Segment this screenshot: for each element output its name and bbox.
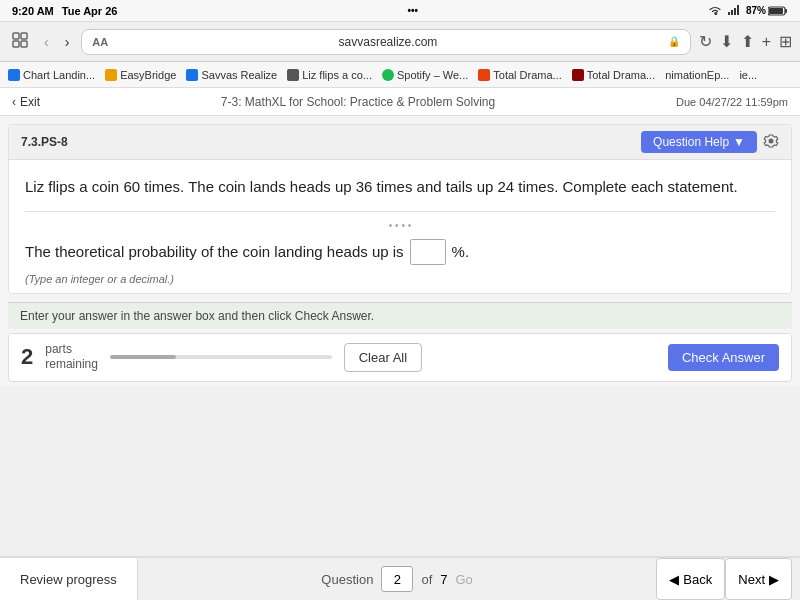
progress-fill: [110, 355, 177, 359]
svg-rect-9: [13, 41, 19, 47]
download-btn[interactable]: ⬇: [720, 32, 733, 51]
question-nav: Question of 7 Go: [138, 558, 657, 600]
dots-icon: •••: [407, 5, 418, 16]
bookmark-total2[interactable]: Total Drama...: [572, 69, 655, 81]
next-label: Next: [738, 572, 765, 587]
back-label: Back: [683, 572, 712, 587]
next-arrow-icon: ▶: [769, 572, 779, 587]
bookmark-animation[interactable]: nimationEp...: [665, 69, 729, 81]
bookmark-label: Total Drama...: [493, 69, 561, 81]
bookmark-savvas[interactable]: Savvas Realize: [186, 69, 277, 81]
svg-rect-1: [731, 10, 733, 15]
answer-input[interactable]: [410, 239, 446, 265]
address-bar[interactable]: AA savvasrealize.com 🔒: [81, 29, 690, 55]
bookmark-label: nimationEp...: [665, 69, 729, 81]
bookmark-liz[interactable]: Liz flips a co...: [287, 69, 372, 81]
bookmark-ie[interactable]: ie...: [739, 69, 757, 81]
bookmarks-bar: Chart Landin... EasyBridge Savvas Realiz…: [0, 62, 800, 88]
time-display: 9:20 AM: [12, 5, 54, 17]
question-nav-label: Question: [321, 572, 373, 587]
question-help-button[interactable]: Question Help ▼: [641, 131, 757, 153]
svg-rect-5: [785, 9, 787, 13]
parts-number: 2: [21, 344, 33, 370]
bookmark-total1[interactable]: Total Drama...: [478, 69, 561, 81]
breadcrumb: 7-3: MathXL for School: Practice & Probl…: [221, 95, 495, 109]
review-progress-button[interactable]: Review progress: [0, 558, 138, 600]
info-text: Enter your answer in the answer box and …: [20, 309, 374, 323]
bookmark-label: EasyBridge: [120, 69, 176, 81]
bookmark-spotify[interactable]: Spotify – We...: [382, 69, 468, 81]
go-button[interactable]: Go: [455, 572, 472, 587]
bookmark-icon: [105, 69, 117, 81]
bookmark-easybridge[interactable]: EasyBridge: [105, 69, 176, 81]
bookmark-label: Chart Landin...: [23, 69, 95, 81]
forward-nav-btn[interactable]: ›: [61, 32, 74, 52]
hint-text: (Type an integer or a decimal.): [25, 273, 775, 285]
back-nav-btn[interactable]: ‹: [40, 32, 53, 52]
lock-icon: 🔒: [668, 36, 680, 47]
share-btn[interactable]: ⬆: [741, 32, 754, 51]
bottom-nav: Review progress Question of 7 Go ◀ Back …: [0, 556, 800, 600]
parts-bar: 2 parts remaining Clear All Check Answer: [8, 333, 792, 382]
back-arrow-icon: ◀: [669, 572, 679, 587]
next-button[interactable]: Next ▶: [725, 558, 792, 600]
date-display: Tue Apr 26: [62, 5, 118, 17]
bookmark-label: Total Drama...: [587, 69, 655, 81]
progress-bar: [110, 355, 332, 359]
dropdown-arrow-icon: ▼: [733, 135, 745, 149]
exit-button[interactable]: ‹ Exit: [12, 95, 40, 109]
question-body: Liz flips a coin 60 times. The coin land…: [9, 160, 791, 293]
bookmark-label: Savvas Realize: [201, 69, 277, 81]
bookmark-label: Spotify – We...: [397, 69, 468, 81]
main-content: 7.3.PS-8 Question Help ▼ Liz flips a coi…: [0, 116, 800, 386]
bookmark-icon: [572, 69, 584, 81]
svg-rect-8: [21, 33, 27, 39]
svg-rect-6: [769, 8, 783, 14]
bookmark-icon: [382, 69, 394, 81]
bookmark-icon: [8, 69, 20, 81]
info-bar: Enter your answer in the answer box and …: [8, 302, 792, 329]
exit-label: Exit: [20, 95, 40, 109]
due-date: Due 04/27/22 11:59pm: [676, 96, 788, 108]
signal-icon: [728, 5, 740, 17]
of-label: of: [421, 572, 432, 587]
parts-label-line1: parts: [45, 342, 98, 358]
parts-label-line2: remaining: [45, 357, 98, 373]
bookmark-chart[interactable]: Chart Landin...: [8, 69, 95, 81]
font-size-label: AA: [92, 36, 108, 48]
question-text: Liz flips a coin 60 times. The coin land…: [25, 176, 775, 199]
tabs-btn[interactable]: ⊞: [779, 32, 792, 51]
browser-toolbar: ‹ › AA savvasrealize.com 🔒 ↻ ⬇ ⬆ + ⊞: [0, 22, 800, 62]
question-help-label: Question Help: [653, 135, 729, 149]
fill-in-suffix: %.: [452, 243, 470, 260]
parts-label: parts remaining: [45, 342, 98, 373]
settings-button[interactable]: [763, 133, 779, 152]
chevron-left-icon: ‹: [12, 95, 16, 109]
page-header: ‹ Exit 7-3: MathXL for School: Practice …: [0, 88, 800, 116]
fill-in-question: The theoretical probability of the coin …: [25, 239, 775, 265]
question-number-input[interactable]: [381, 566, 413, 592]
total-questions: 7: [440, 572, 447, 587]
new-tab-btn[interactable]: +: [762, 33, 771, 51]
question-id: 7.3.PS-8: [21, 135, 68, 149]
status-bar: 9:20 AM Tue Apr 26 ••• 87%: [0, 0, 800, 22]
bookmark-icon: [478, 69, 490, 81]
svg-rect-3: [737, 5, 739, 15]
svg-rect-7: [13, 33, 19, 39]
svg-rect-0: [728, 12, 730, 15]
wifi-icon: [708, 5, 722, 17]
reload-btn[interactable]: ↻: [699, 32, 712, 51]
svg-rect-2: [734, 8, 736, 15]
battery-display: 87%: [746, 5, 788, 16]
fill-in-prefix: The theoretical probability of the coin …: [25, 243, 404, 260]
bookmark-label: ie...: [739, 69, 757, 81]
back-button[interactable]: ◀ Back: [656, 558, 725, 600]
bookmark-label: Liz flips a co...: [302, 69, 372, 81]
divider: • • • •: [25, 211, 775, 231]
tab-grid-btn[interactable]: [8, 30, 32, 53]
question-card: 7.3.PS-8 Question Help ▼ Liz flips a coi…: [8, 124, 792, 294]
check-answer-button[interactable]: Check Answer: [668, 344, 779, 371]
question-header: 7.3.PS-8 Question Help ▼: [9, 125, 791, 160]
clear-all-button[interactable]: Clear All: [344, 343, 422, 372]
bookmark-icon: [287, 69, 299, 81]
